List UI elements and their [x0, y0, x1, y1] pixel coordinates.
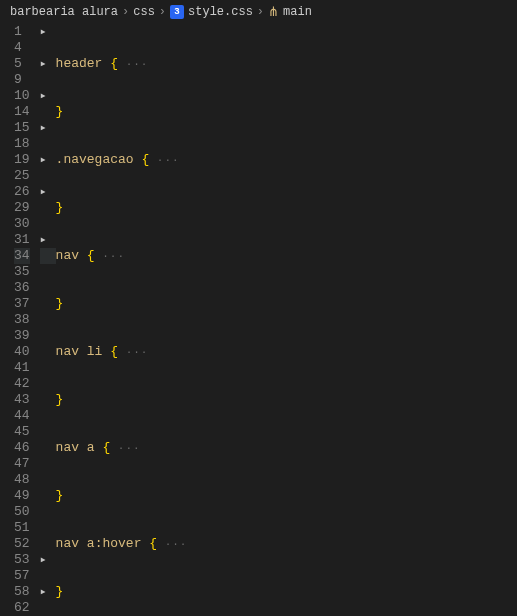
breadcrumb-item[interactable]: main [283, 5, 312, 19]
line-number: 53 [14, 552, 30, 568]
line-number: 58 [14, 584, 30, 600]
line-number: 47 [14, 456, 30, 472]
fold-arrow-icon[interactable]: ▸ [40, 88, 47, 104]
fold-arrow-icon[interactable]: ▸ [40, 120, 47, 136]
line-number: 43 [14, 392, 30, 408]
line-number: 9 [14, 72, 30, 88]
line-number: 42 [14, 376, 30, 392]
line-number: 38 [14, 312, 30, 328]
line-number: 51 [14, 520, 30, 536]
code-line[interactable]: } [56, 200, 517, 216]
line-number: 26 [14, 184, 30, 200]
line-number: 57 [14, 568, 30, 584]
line-number: 39 [14, 328, 30, 344]
code-line[interactable]: nav { ··· [56, 248, 517, 264]
breadcrumb-separator: › [159, 5, 166, 19]
line-number: 45 [14, 424, 30, 440]
code-line[interactable]: } [56, 584, 517, 600]
breadcrumb-item[interactable]: barbearia alura [10, 5, 118, 19]
fold-arrow-icon[interactable]: ▸ [40, 232, 47, 248]
line-number: 41 [14, 360, 30, 376]
code-line[interactable]: } [56, 296, 517, 312]
line-number: 34 [14, 248, 30, 264]
breadcrumb[interactable]: barbearia alura › css › 3 style.css › ⋔ … [0, 0, 517, 24]
code-area[interactable]: header { ··· } .navegacao { ··· } nav { … [56, 24, 517, 616]
line-number: 46 [14, 440, 30, 456]
line-number: 5 [14, 56, 30, 72]
line-number: 48 [14, 472, 30, 488]
css-file-icon: 3 [170, 5, 184, 19]
code-line[interactable]: nav a { ··· [56, 440, 517, 456]
code-line[interactable]: } [56, 104, 517, 120]
fold-arrow-icon[interactable]: ▸ [40, 552, 47, 568]
code-editor[interactable]: 1 4 5 9 10 14 15 18 19 25 26 29 30 31 34… [0, 24, 517, 616]
fold-arrow-icon[interactable]: ▸ [40, 184, 47, 200]
line-number: 35 [14, 264, 30, 280]
line-number: 25 [14, 168, 30, 184]
breadcrumb-separator: › [257, 5, 264, 19]
line-number: 31 [14, 232, 30, 248]
line-number: 4 [14, 40, 30, 56]
breadcrumb-separator: › [122, 5, 129, 19]
symbol-icon: ⋔ [268, 4, 279, 20]
line-number: 1 [14, 24, 30, 40]
line-number: 30 [14, 216, 30, 232]
line-number: 19 [14, 152, 30, 168]
fold-arrow-icon[interactable]: ▸ [40, 24, 47, 40]
fold-gutter: ▸ ▸ ▸ ▸ ▸ ▸ ▸ ▸ ▸ [40, 24, 56, 616]
line-number: 52 [14, 536, 30, 552]
fold-arrow-icon[interactable]: ▸ [40, 56, 47, 72]
line-number: 49 [14, 488, 30, 504]
fold-arrow-icon[interactable]: ▸ [40, 584, 47, 600]
code-line[interactable]: .navegacao { ··· [56, 152, 517, 168]
line-number: 50 [14, 504, 30, 520]
line-number: 44 [14, 408, 30, 424]
line-number: 36 [14, 280, 30, 296]
line-number: 10 [14, 88, 30, 104]
line-number: 18 [14, 136, 30, 152]
code-line[interactable]: header { ··· [56, 56, 517, 72]
code-line[interactable]: nav li { ··· [56, 344, 517, 360]
breadcrumb-item[interactable]: css [133, 5, 155, 19]
fold-arrow-icon[interactable]: ▸ [40, 152, 47, 168]
line-number: 62 [14, 600, 30, 616]
line-number: 14 [14, 104, 30, 120]
line-number-gutter: 1 4 5 9 10 14 15 18 19 25 26 29 30 31 34… [0, 24, 40, 616]
code-line[interactable]: nav a:hover { ··· [56, 536, 517, 552]
code-line[interactable]: } [56, 392, 517, 408]
line-number: 40 [14, 344, 30, 360]
line-number: 15 [14, 120, 30, 136]
line-number: 37 [14, 296, 30, 312]
breadcrumb-item[interactable]: style.css [188, 5, 253, 19]
line-number: 29 [14, 200, 30, 216]
code-line[interactable]: } [56, 488, 517, 504]
